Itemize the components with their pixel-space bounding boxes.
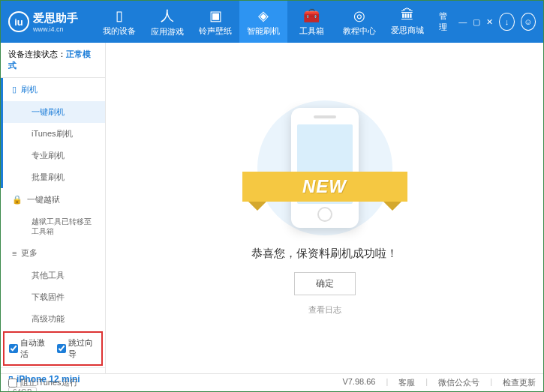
logo-area: iu 爱思助手 www.i4.cn: [1, 11, 95, 33]
tab-toolbox[interactable]: 🧰工具箱: [287, 1, 335, 43]
section-label: 刷机: [21, 84, 38, 95]
section-label: 更多: [21, 247, 38, 259]
tab-ringtones[interactable]: ▣铃声壁纸: [191, 1, 239, 43]
wechat-link[interactable]: 微信公众号: [438, 377, 479, 388]
tab-my-device[interactable]: ▯我的设备: [95, 1, 143, 43]
sidebar-item-download[interactable]: 下载固件: [3, 286, 105, 308]
sidebar-header-more[interactable]: ≡ 更多: [3, 241, 105, 265]
view-log-link[interactable]: 查看日志: [308, 304, 341, 316]
separator: |: [425, 377, 428, 388]
sidebar-header-jailbreak[interactable]: 🔒 一键越狱: [3, 188, 105, 211]
user-icon[interactable]: ☺: [521, 13, 536, 31]
checkbox-label: 跳过向导: [68, 337, 98, 360]
success-message: 恭喜您，保资料刷机成功啦！: [251, 247, 398, 261]
success-illustration: NEW: [242, 100, 407, 235]
section-label: 一键越狱: [27, 194, 60, 205]
checkbox-block-itunes[interactable]: 阻止iTunes运行: [8, 377, 78, 388]
connection-status: 设备连接状态：正常模式: [1, 43, 105, 78]
menu-icon[interactable]: 管理: [439, 10, 452, 33]
conn-label: 设备连接状态：: [8, 49, 66, 58]
tab-store[interactable]: 🏛爱思商城: [383, 1, 431, 43]
main-content: NEW 恭喜您，保资料刷机成功啦！ 确定 查看日志: [106, 43, 543, 373]
lock-icon: 🔒: [12, 195, 23, 205]
tab-smart-flash[interactable]: ◈智能刷机: [239, 1, 287, 43]
checkbox-label: 自动激活: [20, 337, 50, 360]
checkbox-skip-guide[interactable]: 跳过向导: [57, 337, 98, 360]
checkbox-auto-activate[interactable]: 自动激活: [9, 337, 50, 360]
apps-icon: 人: [161, 7, 174, 25]
tab-tutorials[interactable]: ◎教程中心: [335, 1, 383, 43]
window-controls: 管理 — ▢ ✕ ↓ ☺: [431, 10, 543, 33]
app-name: 爱思助手: [33, 11, 78, 25]
ribbon-text: NEW: [302, 176, 347, 197]
version-text: V7.98.66: [342, 377, 375, 388]
app-header: iu 爱思助手 www.i4.cn ▯我的设备 人应用游戏 ▣铃声壁纸 ◈智能刷…: [1, 1, 543, 43]
checkbox-input[interactable]: [9, 344, 18, 353]
tab-label: 我的设备: [103, 25, 136, 37]
sidebar-item-advanced[interactable]: 高级功能: [3, 308, 105, 330]
sidebar-section-more: ≡ 更多 其他工具 下载固件 高级功能: [1, 241, 105, 330]
sidebar-item-oneclick[interactable]: 一键刷机: [3, 101, 105, 123]
sidebar-section-jailbreak: 🔒 一键越狱 越狱工具已转移至工具箱: [1, 188, 105, 241]
sidebar-item-itunes[interactable]: iTunes刷机: [3, 123, 105, 145]
logo-icon: iu: [8, 11, 29, 32]
app-url: www.i4.cn: [33, 25, 78, 33]
support-link[interactable]: 客服: [398, 377, 415, 388]
tab-label: 工具箱: [299, 25, 324, 37]
tab-label: 爱思商城: [391, 25, 424, 36]
sidebar-header-flash[interactable]: ▯ 刷机: [3, 78, 105, 101]
minimize-icon[interactable]: —: [458, 17, 467, 26]
book-icon: ◎: [353, 7, 365, 24]
separator: |: [490, 377, 492, 388]
checkbox-label: 阻止iTunes运行: [20, 377, 78, 388]
separator: |: [386, 377, 388, 388]
store-icon: 🏛: [401, 7, 414, 23]
toolbox-icon: 🧰: [303, 7, 320, 24]
maximize-icon[interactable]: ▢: [473, 17, 480, 27]
sidebar-item-other[interactable]: 其他工具: [3, 265, 105, 286]
flash-icon: ◈: [258, 7, 269, 24]
phone-icon: ▯: [116, 7, 123, 24]
ok-button[interactable]: 确定: [294, 272, 356, 295]
tab-label: 教程中心: [343, 25, 376, 37]
tab-apps[interactable]: 人应用游戏: [143, 1, 191, 43]
tab-label: 铃声壁纸: [199, 25, 232, 37]
update-link[interactable]: 检查更新: [503, 377, 536, 388]
sidebar: 设备连接状态：正常模式 ▯ 刷机 一键刷机 iTunes刷机 专业刷机 批量刷机…: [1, 43, 106, 373]
checkbox-input[interactable]: [8, 379, 17, 388]
sidebar-item-pro[interactable]: 专业刷机: [3, 145, 105, 166]
close-icon[interactable]: ✕: [486, 17, 493, 27]
sidebar-section-flash: ▯ 刷机 一键刷机 iTunes刷机 专业刷机 批量刷机: [1, 78, 105, 188]
checkbox-input[interactable]: [57, 344, 66, 353]
wallpaper-icon: ▣: [209, 7, 222, 24]
jailbreak-note: 越狱工具已转移至工具箱: [3, 211, 105, 241]
options-highlight-box: 自动激活 跳过向导: [3, 331, 103, 366]
tab-label: 应用游戏: [151, 26, 184, 37]
phone-icon: ▯: [12, 85, 17, 94]
nav-tabs: ▯我的设备 人应用游戏 ▣铃声壁纸 ◈智能刷机 🧰工具箱 ◎教程中心 🏛爱思商城: [95, 1, 431, 43]
list-icon: ≡: [12, 249, 17, 258]
download-icon[interactable]: ↓: [499, 13, 514, 31]
sidebar-item-batch[interactable]: 批量刷机: [3, 166, 105, 188]
tab-label: 智能刷机: [247, 25, 280, 37]
